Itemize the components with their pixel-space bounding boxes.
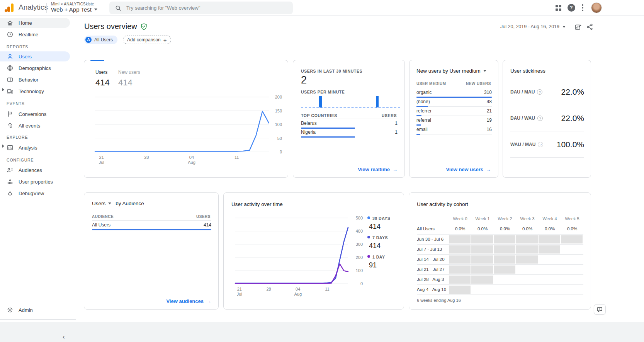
active-metric-indicator bbox=[90, 60, 104, 61]
sidebar-item-debugview[interactable]: DebugView bbox=[0, 188, 70, 198]
more-vert-icon[interactable] bbox=[582, 4, 583, 12]
cohort-cells bbox=[449, 276, 493, 284]
new-users-column-label: NEW USERS bbox=[466, 82, 491, 86]
report-controls: Jul 20, 2019 - Aug 16, 2019 bbox=[500, 22, 593, 31]
minute-bar bbox=[319, 96, 322, 107]
card-title: User stickiness bbox=[510, 68, 545, 74]
clock-icon bbox=[7, 31, 14, 38]
sidebar-item-home[interactable]: Home bbox=[0, 18, 70, 28]
cohort-cell bbox=[449, 286, 471, 294]
sidebar-item-audiences[interactable]: Audiences bbox=[0, 165, 70, 175]
metric-tab-new-users[interactable]: New users 414 bbox=[118, 70, 140, 88]
cohort-cell bbox=[449, 255, 471, 264]
sidebar-item-all-events[interactable]: All events bbox=[0, 121, 70, 131]
sidebar-section-configure: CONFIGURE bbox=[7, 158, 34, 162]
sidebar-item-technology[interactable]: Technology bbox=[0, 86, 70, 96]
help-tooltip-icon[interactable]: ? bbox=[537, 89, 542, 95]
logo-bar bbox=[11, 3, 14, 12]
arrow-right-icon: → bbox=[206, 298, 211, 304]
breadcrumb[interactable]: Mimi > ANALYTICSkiste bbox=[51, 2, 94, 6]
cohort-cell bbox=[471, 276, 493, 284]
avatar[interactable] bbox=[591, 2, 602, 13]
stickiness-row: WAU / MAU? 100.0% bbox=[510, 131, 584, 158]
help-icon[interactable]: ? bbox=[568, 4, 575, 12]
bottom-band bbox=[0, 322, 644, 342]
search-bar[interactable] bbox=[109, 2, 293, 14]
view-realtime-link[interactable]: View realtime→ bbox=[358, 167, 398, 172]
sidebar-item-analysis[interactable]: Analysis bbox=[0, 143, 70, 153]
comparison-badge: A bbox=[85, 37, 92, 43]
feedback-button[interactable] bbox=[594, 304, 606, 315]
audience-column-label: AUDIENCE bbox=[92, 214, 114, 219]
help-tooltip-icon[interactable]: ? bbox=[537, 116, 543, 121]
analytics-logo-icon[interactable] bbox=[5, 3, 19, 13]
card-title: User activity by cohort bbox=[417, 201, 468, 207]
legend-dot-icon bbox=[367, 216, 370, 219]
cohort-cells bbox=[449, 286, 471, 294]
new-users-by-medium-card: New users by User medium USER MEDIUM NEW… bbox=[409, 60, 498, 178]
users-30min-value: 2 bbox=[301, 74, 307, 86]
cohort-row: Jul 21 - Jul 27 bbox=[417, 265, 583, 275]
sidebar-item-user-properties[interactable]: User properties bbox=[0, 177, 70, 187]
country-bar bbox=[301, 136, 355, 138]
table-row: (none) 48 bbox=[416, 97, 492, 107]
table-row: referral 19 bbox=[416, 116, 492, 125]
controls-divider bbox=[570, 22, 570, 31]
sidebar-section-reports: REPORTS bbox=[7, 44, 28, 49]
collapse-sidebar-icon[interactable]: ‹ bbox=[63, 333, 65, 341]
logo-dot bbox=[5, 9, 7, 12]
sidebar-item-realtime[interactable]: Realtime bbox=[0, 29, 70, 39]
cohort-all-users-values: 0.0% 0.0% 0.0% 0.0% 0.0% 0.0% bbox=[449, 226, 583, 231]
customize-report-icon[interactable] bbox=[574, 23, 582, 31]
legend-dot-icon bbox=[367, 236, 370, 238]
sidebar-item-demographics[interactable]: Demographics bbox=[0, 63, 70, 73]
shapes-icon bbox=[7, 178, 14, 185]
cohort-cell bbox=[471, 245, 493, 254]
search-icon bbox=[115, 5, 121, 11]
y-axis-labels: 200150100500 bbox=[272, 97, 282, 152]
property-selector[interactable]: Web + App Test bbox=[51, 6, 97, 13]
minute-bar bbox=[376, 96, 379, 107]
cohort-cell bbox=[539, 235, 560, 243]
cohort-row: Jul 14 - Jul 20 bbox=[417, 255, 583, 265]
view-new-users-link[interactable]: View new users→ bbox=[446, 167, 491, 172]
sidebar-section-events: EVENTS bbox=[7, 101, 25, 106]
share-icon[interactable] bbox=[586, 23, 593, 31]
audience-icon bbox=[7, 167, 14, 174]
view-audiences-link[interactable]: View audiences→ bbox=[166, 298, 211, 304]
legend-30-days: 30 DAYS 414 bbox=[367, 215, 390, 231]
sidebar: Home Realtime REPORTS Users Demographics bbox=[0, 16, 76, 322]
add-comparison-button[interactable]: Add comparison + bbox=[123, 36, 171, 44]
table-row: Belarus 1 bbox=[301, 119, 398, 128]
flag-icon bbox=[7, 111, 14, 117]
card-title: User activity over time bbox=[231, 201, 283, 207]
sidebar-item-admin[interactable]: Admin bbox=[0, 305, 70, 315]
audience-metric-selector[interactable]: Users bbox=[92, 201, 105, 206]
feedback-bubble-icon bbox=[596, 306, 603, 313]
cohort-cells bbox=[449, 265, 515, 274]
date-range-selector[interactable]: Jul 20, 2019 - Aug 16, 2019 bbox=[500, 24, 566, 29]
cohort-cell bbox=[494, 265, 515, 274]
cohort-cell bbox=[471, 255, 493, 264]
sidebar-item-behavior[interactable]: Behavior bbox=[0, 75, 70, 85]
analytics-app: Analytics Mimi > ANALYTICSkiste Web + Ap… bbox=[0, 0, 644, 342]
users-column-label: USERS bbox=[382, 113, 397, 118]
cohort-cell bbox=[449, 265, 471, 274]
legend-dot-icon bbox=[367, 255, 370, 258]
metric-tab-users[interactable]: Users 414 bbox=[95, 70, 110, 88]
sidebar-item-conversions[interactable]: Conversions bbox=[0, 109, 70, 119]
product-name: Analytics bbox=[19, 3, 48, 12]
legend-1-day: 1 DAY 91 bbox=[367, 254, 385, 269]
help-tooltip-icon[interactable]: ? bbox=[538, 142, 543, 147]
cohort-cells bbox=[449, 245, 560, 254]
arrow-right-icon: → bbox=[486, 167, 491, 172]
table-divider bbox=[417, 214, 583, 214]
medium-dimension-selector[interactable]: New users by User medium bbox=[416, 68, 486, 74]
arrow-right-icon: → bbox=[393, 167, 398, 172]
sidebar-item-users[interactable]: Users bbox=[0, 51, 70, 61]
all-users-chip[interactable]: A All Users bbox=[84, 36, 117, 44]
cohort-row: Jul 28 - Aug 3 bbox=[417, 275, 583, 285]
apps-grid-icon[interactable] bbox=[556, 5, 561, 11]
chevron-down-icon bbox=[562, 26, 566, 28]
search-input[interactable] bbox=[126, 5, 281, 11]
